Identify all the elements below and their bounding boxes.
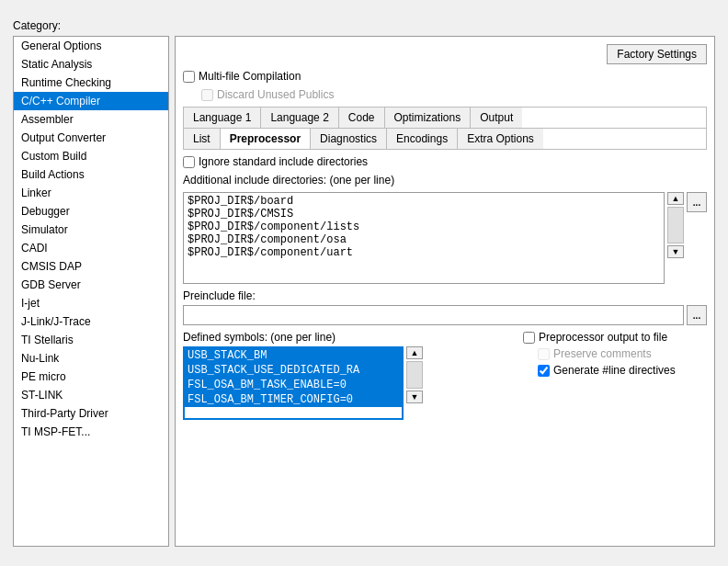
tab-diagnostics[interactable]: Diagnostics xyxy=(311,129,387,149)
include-dirs-scroll-up[interactable]: ▲ xyxy=(667,192,684,205)
sidebar-item-static-analysis[interactable]: Static Analysis xyxy=(14,55,168,74)
symbols-scroll-down[interactable]: ▼ xyxy=(406,391,423,403)
sidebar-item-cadi[interactable]: CADI xyxy=(14,239,168,257)
tab-language-2[interactable]: Language 2 xyxy=(261,108,338,128)
sidebar-item-cmsis-dap[interactable]: CMSIS DAP xyxy=(14,257,168,276)
sidebar-item-jlink-jtrace[interactable]: J-Link/J-Trace xyxy=(14,312,168,331)
sidebar-item-custom-build[interactable]: Custom Build xyxy=(14,147,168,165)
sidebar-item-pe-micro[interactable]: PE micro xyxy=(14,368,168,386)
symbols-box-row: USB_STACK_BMUSB_STACK_USE_DEDICATED_RAFS… xyxy=(183,346,514,420)
include-dirs-textbox[interactable]: $PROJ_DIR$/board$PROJ_DIR$/CMSIS$PROJ_DI… xyxy=(183,192,665,284)
include-dir-line: $PROJ_DIR$/component/lists xyxy=(188,221,660,233)
sidebar-item-build-actions[interactable]: Build Actions xyxy=(14,165,168,184)
multi-file-compilation-checkbox[interactable] xyxy=(183,71,195,83)
sidebar-item-gdb-server[interactable]: GDB Server xyxy=(14,276,168,294)
tab-extra-options[interactable]: Extra Options xyxy=(458,129,543,149)
output-column: Preprocessor output to file Preserve com… xyxy=(523,331,707,538)
preprocessor-output-row: Preprocessor output to file xyxy=(523,331,707,344)
symbol-line: USB_STACK_USE_DEDICATED_RA xyxy=(185,363,402,378)
sidebar-item-assembler[interactable]: Assembler xyxy=(14,110,168,129)
symbol-line: FSL_OSA_BM_TIMER_CONFIG=0 xyxy=(185,392,402,407)
factory-settings-button[interactable]: Factory Settings xyxy=(607,44,707,64)
multi-file-compilation-label: Multi-file Compilation xyxy=(199,70,301,83)
ignore-standard-includes-label: Ignore standard include directories xyxy=(199,155,368,168)
generate-line-directives-checkbox[interactable] xyxy=(538,365,550,377)
preinclude-row: Preinclude file: ... xyxy=(183,289,707,325)
preinclude-browse-button[interactable]: ... xyxy=(687,305,707,325)
preserve-comments-label: Preserve comments xyxy=(553,347,652,360)
sidebar-item-ti-msp-fet[interactable]: TI MSP-FET... xyxy=(14,423,168,441)
sidebar-item-third-party-driver[interactable]: Third-Party Driver xyxy=(14,404,168,423)
sidebar-item-nu-link[interactable]: Nu-Link xyxy=(14,349,168,368)
symbols-column: Defined symbols: (one per line) USB_STAC… xyxy=(183,331,514,538)
sidebar-item-i-jet[interactable]: I-jet xyxy=(14,294,168,312)
preserve-comments-checkbox[interactable] xyxy=(538,348,550,360)
generate-line-directives-label: Generate #line directives xyxy=(553,364,676,377)
symbols-scroll-up[interactable]: ▲ xyxy=(406,346,423,359)
bottom-section: Defined symbols: (one per line) USB_STAC… xyxy=(183,331,707,538)
tabs-row-1: Language 1Language 2CodeOptimizationsOut… xyxy=(184,108,706,129)
sidebar-item-ti-stellaris[interactable]: TI Stellaris xyxy=(14,331,168,349)
tabs-row-2: ListPreprocessorDiagnosticsEncodingsExtr… xyxy=(184,129,706,149)
tab-optimizations[interactable]: Optimizations xyxy=(385,108,472,128)
generate-line-directives-row: Generate #line directives xyxy=(538,364,707,377)
sidebar-item-runtime-checking[interactable]: Runtime Checking xyxy=(14,74,168,92)
preinclude-label: Preinclude file: xyxy=(183,289,707,302)
factory-settings-row: Factory Settings xyxy=(183,44,707,64)
preprocessor-output-checkbox[interactable] xyxy=(523,332,535,344)
preinclude-input[interactable] xyxy=(183,305,684,325)
tab-code[interactable]: Code xyxy=(339,108,385,128)
sidebar-item-st-link[interactable]: ST-LINK xyxy=(14,386,168,404)
include-dir-line: $PROJ_DIR$/component/osa xyxy=(188,233,660,246)
tab-language-1[interactable]: Language 1 xyxy=(184,108,261,128)
include-dir-line: $PROJ_DIR$/board xyxy=(188,195,660,208)
include-dir-line: $PROJ_DIR$/CMSIS xyxy=(188,208,660,221)
symbols-scrollbar: ▲ ▼ xyxy=(406,346,423,403)
tab-preprocessor[interactable]: Preprocessor xyxy=(221,129,311,149)
sidebar-item-output-converter[interactable]: Output Converter xyxy=(14,129,168,147)
discard-unused-publics-checkbox[interactable] xyxy=(201,89,213,101)
include-dirs-browse-button[interactable]: ... xyxy=(687,192,707,212)
additional-includes-label: Additional include directories: (one per… xyxy=(183,174,707,187)
preinclude-input-row: ... xyxy=(183,305,707,325)
include-dirs-scrollbar: ▲ ▼ xyxy=(667,192,684,258)
symbol-line: USB_STACK_BM xyxy=(185,348,402,363)
category-label: Category: xyxy=(13,19,715,32)
include-dirs-scroll-down[interactable]: ▼ xyxy=(667,245,684,258)
tabs-container: Language 1Language 2CodeOptimizationsOut… xyxy=(183,107,707,150)
discard-unused-publics-row: Discard Unused Publics xyxy=(201,88,707,101)
include-dirs-container: $PROJ_DIR$/board$PROJ_DIR$/CMSIS$PROJ_DI… xyxy=(183,192,707,284)
sidebar-item-linker[interactable]: Linker xyxy=(14,184,168,202)
tab-list[interactable]: List xyxy=(184,129,221,149)
tab-output[interactable]: Output xyxy=(471,108,522,128)
ignore-standard-includes-row: Ignore standard include directories xyxy=(183,155,707,168)
panel-body: Ignore standard include directories Addi… xyxy=(183,155,707,538)
sidebar-item-general-options[interactable]: General Options xyxy=(14,37,168,55)
right-panel: Factory Settings Multi-file Compilation … xyxy=(175,36,715,547)
sidebar-item-debugger[interactable]: Debugger xyxy=(14,202,168,221)
discard-unused-publics-label: Discard Unused Publics xyxy=(217,88,334,101)
content-area: General OptionsStatic AnalysisRuntime Ch… xyxy=(13,36,715,547)
defined-symbols-textbox[interactable]: USB_STACK_BMUSB_STACK_USE_DEDICATED_RAFS… xyxy=(183,346,404,420)
sidebar-item-cpp-compiler[interactable]: C/C++ Compiler xyxy=(14,92,168,110)
preprocessor-output-label: Preprocessor output to file xyxy=(539,331,667,344)
tab-encodings[interactable]: Encodings xyxy=(387,129,458,149)
symbol-line: FSL_OSA_BM_TASK_ENABLE=0 xyxy=(185,378,402,392)
sidebar-item-simulator[interactable]: Simulator xyxy=(14,221,168,239)
sidebar: General OptionsStatic AnalysisRuntime Ch… xyxy=(13,36,169,547)
multi-file-compilation-row: Multi-file Compilation xyxy=(183,70,707,83)
preserve-comments-row: Preserve comments xyxy=(538,347,707,360)
defined-symbols-label: Defined symbols: (one per line) xyxy=(183,331,514,344)
ignore-standard-includes-checkbox[interactable] xyxy=(183,156,195,168)
main-container: Category: General OptionsStatic Analysis… xyxy=(6,12,722,554)
include-dir-line: $PROJ_DIR$/component/uart xyxy=(188,246,660,259)
